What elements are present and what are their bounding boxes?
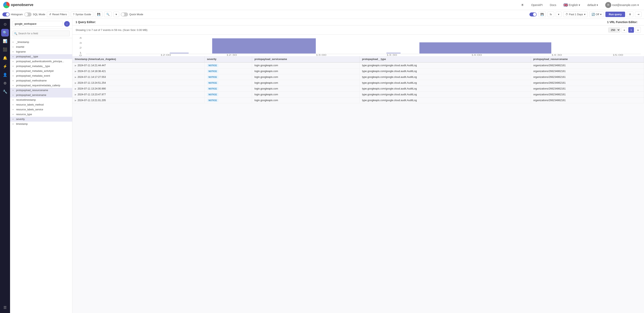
- table-row[interactable]: ▶2024-07-11 13:24:00.990NOTICElogin.goog…: [72, 86, 644, 92]
- row-expand-icon[interactable]: ▶: [75, 87, 76, 90]
- tenant-label: default: [587, 3, 596, 7]
- field-item[interactable]: ▾protopayload_metadata_event: [10, 73, 72, 78]
- table-row[interactable]: ▶2024-07-11 14:21:44.447NOTICElogin.goog…: [72, 62, 644, 68]
- table-cell: organizations/266234862161: [531, 86, 644, 92]
- run-query-button[interactable]: Run query: [606, 12, 625, 17]
- query-editor-title: 1 Query Editor:: [76, 20, 96, 24]
- field-item[interactable]: ▾timestamp: [10, 122, 72, 126]
- stream-dropdown[interactable]: google_workspace: [12, 21, 62, 27]
- vrl-toggle[interactable]: [530, 12, 537, 16]
- vrl-button[interactable]: fx: [548, 12, 554, 17]
- field-chevron-icon: ▾: [12, 51, 15, 53]
- row-expand-icon[interactable]: ▶: [75, 70, 76, 72]
- share-button[interactable]: ⇥: [635, 12, 642, 17]
- field-item[interactable]: ▾severity: [10, 117, 72, 122]
- nav-settings[interactable]: ⚙: [1, 79, 9, 87]
- syntax-guide-button[interactable]: ? Syntax Guide: [71, 12, 93, 17]
- download-icon: ⬇: [629, 13, 631, 16]
- histogram-toggle[interactable]: [2, 12, 10, 16]
- field-item[interactable]: ▾protopayload_authenticationinfo_princip…: [10, 59, 72, 64]
- field-item[interactable]: ▾protopayload_servicename: [10, 93, 72, 98]
- table-cell: login.googleapis.com: [252, 68, 360, 74]
- more-button[interactable]: [113, 12, 119, 17]
- table-row[interactable]: ▶2024-07-11 14:17:27.553NOTICElogin.goog…: [72, 74, 644, 80]
- nav-dashboards[interactable]: 📊: [1, 37, 9, 45]
- docs-link[interactable]: Docs: [548, 2, 558, 8]
- table-cell: NOTICE: [204, 92, 252, 98]
- field-list: ▾_timestamp▾insertid▾logname▾protopayloa…: [10, 38, 72, 313]
- search-button[interactable]: 🔍: [104, 12, 112, 17]
- app-logo[interactable]: openobserve: [3, 2, 33, 8]
- field-item[interactable]: ▾insertid: [10, 44, 72, 49]
- table-cell: login.googleapis.com: [252, 86, 360, 92]
- next-page-icon: [637, 28, 638, 31]
- nav-search[interactable]: 🔍: [1, 29, 9, 36]
- field-item[interactable]: ▾protopayload_requestmetadata_callerip: [10, 83, 72, 88]
- field-chevron-icon: ▾: [12, 123, 15, 125]
- search-icon: 🔍: [106, 13, 110, 16]
- field-item[interactable]: ▾resource_labels_method: [10, 102, 72, 107]
- field-chevron-icon: ▾: [12, 46, 15, 48]
- collapse-sidebar-button[interactable]: [64, 21, 70, 27]
- user-menu[interactable]: R root@example.com: [603, 1, 641, 9]
- nav-reports[interactable]: ⬛: [1, 46, 9, 53]
- nav-alerts[interactable]: 🔔: [1, 54, 9, 62]
- table-row[interactable]: ▶2024-07-11 14:18:38.421NOTICElogin.goog…: [72, 68, 644, 74]
- quick-mode-toggle[interactable]: [121, 12, 128, 16]
- field-item[interactable]: ▾protopayload_resourcename: [10, 88, 72, 93]
- field-item[interactable]: ▾_timestamp: [10, 40, 72, 44]
- vrl-chevron-button[interactable]: [556, 12, 562, 17]
- severity-badge: NOTICE: [207, 81, 219, 84]
- field-item[interactable]: ▾protopayload_metadata__type: [10, 64, 72, 69]
- tenant-selector[interactable]: default: [585, 2, 600, 8]
- openapi-link[interactable]: OpenAPI: [529, 2, 545, 8]
- field-name-label: severity: [16, 118, 70, 121]
- row-expand-icon[interactable]: ▶: [75, 99, 76, 102]
- field-chevron-icon: ▾: [12, 60, 15, 63]
- quick-mode-knob: [121, 13, 124, 16]
- field-item[interactable]: ▾protopayload_metadata_activityid: [10, 69, 72, 73]
- field-name-label: receivetimestamp: [16, 99, 70, 101]
- table-cell: ▶2024-07-11 13:21:01.205: [72, 98, 204, 103]
- table-row[interactable]: ▶2024-07-11 13:21:01.205NOTICElogin.goog…: [72, 98, 644, 103]
- save-button[interactable]: 💾: [95, 12, 102, 17]
- first-page-button[interactable]: [622, 27, 627, 33]
- sql-mode-label: SQL Mode: [33, 13, 45, 16]
- field-item[interactable]: ▾protopayload_methodname: [10, 78, 72, 83]
- svg-rect-5: [212, 38, 316, 54]
- nav-filter[interactable]: ⚡: [1, 63, 9, 70]
- table-row[interactable]: ▶2024-07-11 13:24:51.254NOTICElogin.goog…: [72, 80, 644, 86]
- download-button[interactable]: ⬇: [627, 12, 633, 17]
- nav-home[interactable]: ⊙: [1, 20, 9, 28]
- refresh-icon: 🔄: [592, 13, 595, 16]
- row-expand-icon[interactable]: ▶: [75, 76, 76, 78]
- row-expand-icon[interactable]: ▶: [75, 93, 76, 96]
- table-row[interactable]: ▶2024-07-11 13:23:47.977NOTICElogin.goog…: [72, 92, 644, 98]
- user-avatar: R: [605, 2, 611, 8]
- nav-users[interactable]: 👤: [1, 71, 9, 79]
- time-range-button[interactable]: ⏱ Past 1 Days: [563, 12, 588, 17]
- nav-menu[interactable]: ☰: [1, 304, 9, 312]
- sql-mode-toggle[interactable]: [24, 12, 32, 16]
- field-item[interactable]: ▾resource_type: [10, 112, 72, 117]
- chart-area: 4 3 2 1 0 12:00 12:30 13:00: [72, 34, 644, 56]
- table-cell: NOTICE: [204, 98, 252, 103]
- save-query-button[interactable]: 💾: [538, 12, 546, 17]
- histogram-chart[interactable]: 4 3 2 1 0 12:00 12:30 13:00: [76, 36, 641, 56]
- field-item[interactable]: ▾resource_labels_service: [10, 107, 72, 112]
- field-chevron-icon: ▾: [12, 75, 15, 77]
- field-item[interactable]: ▾protopayload__type: [10, 54, 72, 59]
- language-selector[interactable]: 🇬🇧 English: [562, 1, 582, 8]
- refresh-button[interactable]: 🔄 Off: [589, 12, 604, 17]
- nav-integrations[interactable]: 🔧: [1, 88, 9, 96]
- per-page-select[interactable]: 250: [608, 27, 620, 32]
- field-item[interactable]: ▾logname: [10, 49, 72, 54]
- field-item[interactable]: ▾receivetimestamp: [10, 98, 72, 102]
- next-page-button[interactable]: [635, 27, 641, 33]
- row-expand-icon[interactable]: ▶: [75, 82, 76, 84]
- reset-filters-button[interactable]: ↺ Reset Filters: [47, 12, 69, 17]
- row-expand-icon[interactable]: ▶: [75, 64, 76, 67]
- theme-toggle[interactable]: ☀: [519, 1, 526, 8]
- current-page-button[interactable]: 1: [628, 27, 634, 33]
- field-search-input[interactable]: [12, 30, 70, 36]
